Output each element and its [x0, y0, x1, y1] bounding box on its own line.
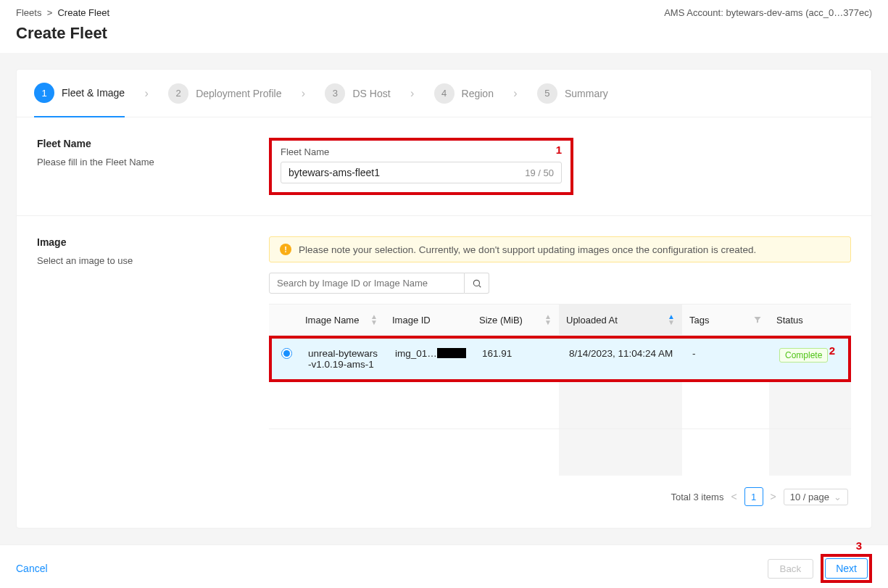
fleet-name-label: Fleet Name — [281, 146, 562, 157]
col-radio — [269, 305, 298, 335]
table-header: Image Name ▲▼ Image ID Size (MiB) ▲▼ Upl… — [269, 304, 851, 336]
col-image-id: Image ID — [385, 305, 472, 335]
col-uploaded-at[interactable]: Uploaded At ▲▼ — [559, 305, 682, 335]
image-id-prefix: img_01… — [395, 348, 437, 359]
pagination-size-label: 10 / page — [790, 492, 829, 502]
step-label: Deployment Profile — [196, 88, 281, 99]
col-label: Image Name — [305, 315, 359, 326]
search-row — [269, 273, 851, 294]
col-label: Image ID — [392, 315, 431, 326]
step-label: Region — [462, 88, 494, 99]
chevron-down-icon: ⌄ — [834, 492, 842, 502]
col-label: Size (MiB) — [479, 315, 523, 326]
table-row[interactable] — [269, 429, 851, 476]
col-label: Uploaded At — [566, 315, 618, 326]
ams-account-label-text: AMS Account: — [664, 7, 723, 18]
section-right: 1 Fleet Name 19 / 50 — [269, 138, 851, 195]
sort-icon[interactable]: ▲▼ — [668, 314, 675, 326]
cancel-button[interactable]: Cancel — [16, 563, 48, 574]
warning-icon: ! — [280, 244, 291, 255]
svg-line-1 — [478, 285, 481, 287]
step-number: 1 — [34, 83, 54, 103]
pagination-next[interactable]: > — [771, 491, 776, 502]
annotation-number: 1 — [556, 144, 562, 156]
search-icon — [472, 278, 482, 289]
section-desc: Select an image to use — [37, 255, 240, 266]
fleet-name-input[interactable] — [289, 167, 519, 178]
step-region[interactable]: 4 Region — [434, 70, 494, 117]
status-badge: Complete — [779, 348, 828, 363]
step-fleet-image[interactable]: 1 Fleet & Image — [34, 70, 125, 117]
annotation-number: 3 — [856, 539, 862, 552]
pagination-prev[interactable]: < — [731, 491, 736, 502]
next-button[interactable]: Next — [825, 558, 868, 579]
wizard-footer: Cancel Back 3 Next — [0, 544, 888, 588]
fleet-name-input-wrap: 19 / 50 — [281, 162, 562, 183]
col-size[interactable]: Size (MiB) ▲▼ — [472, 305, 559, 335]
section-title: Fleet Name — [37, 138, 240, 149]
col-image-name[interactable]: Image Name ▲▼ — [298, 305, 385, 335]
step-number: 3 — [325, 83, 345, 104]
fleet-name-section: Fleet Name Please fill in the Fleet Name… — [17, 117, 871, 216]
ams-account-value: bytewars-dev-ams (acc_0…377ec) — [726, 7, 872, 18]
step-label: DS Host — [352, 88, 390, 99]
col-label: Status — [776, 315, 803, 326]
sort-icon[interactable]: ▲▼ — [370, 314, 378, 326]
section-desc: Please fill in the Fleet Name — [37, 157, 240, 167]
image-search-input[interactable] — [269, 273, 465, 294]
sort-icon[interactable]: ▲▼ — [544, 314, 552, 326]
pagination: Total 3 items < 1 > 10 / page ⌄ — [269, 476, 851, 508]
alert-text: Please note your selection. Currently, w… — [299, 244, 756, 255]
step-number: 5 — [537, 83, 557, 104]
annotation-box-3: 3 Next — [821, 554, 872, 583]
filter-icon[interactable] — [753, 315, 762, 324]
redacted-text — [437, 348, 466, 358]
ams-account-label: AMS Account: bytewars-dev-ams (acc_0…377… — [664, 7, 872, 18]
cell-uploaded-at: 8/14/2023, 11:04:24 AM — [562, 339, 685, 368]
step-label: Fleet & Image — [62, 87, 125, 99]
col-tags[interactable]: Tags — [682, 305, 769, 335]
table-row[interactable]: unreal-bytewars-v1.0.19-ams-1 img_01… 16… — [272, 339, 848, 379]
page-header: Fleets > Create Fleet AMS Account: bytew… — [0, 0, 888, 53]
chevron-right-icon: › — [281, 70, 325, 117]
page-title: Create Fleet — [16, 24, 872, 43]
chevron-right-icon: › — [391, 70, 434, 117]
annotation-box-2: 2 unreal-bytewars-v1.0.19-ams-1 img_01… … — [269, 336, 851, 382]
row-radio-cell — [272, 339, 301, 368]
wizard-steps: 1 Fleet & Image › 2 Deployment Profile ›… — [17, 70, 871, 117]
step-deployment-profile[interactable]: 2 Deployment Profile — [168, 70, 281, 117]
page-body: 1 Fleet & Image › 2 Deployment Profile ›… — [0, 53, 888, 544]
annotation-box-1: 1 Fleet Name 19 / 50 — [269, 138, 573, 195]
breadcrumb-separator: > — [44, 7, 57, 18]
step-number: 4 — [434, 83, 455, 104]
warning-alert: ! Please note your selection. Currently,… — [269, 236, 851, 262]
step-label: Summary — [565, 88, 608, 99]
cell-image-name: unreal-bytewars-v1.0.19-ams-1 — [301, 339, 388, 379]
cell-tags: - — [685, 339, 772, 368]
image-section: Image Select an image to use ! Please no… — [17, 216, 871, 528]
col-label: Tags — [689, 315, 709, 326]
col-status: Status — [769, 305, 851, 335]
char-counter: 19 / 50 — [525, 167, 554, 178]
section-title: Image — [37, 236, 240, 248]
table-row[interactable] — [269, 382, 851, 429]
pagination-page[interactable]: 1 — [744, 487, 763, 506]
image-table: Image Name ▲▼ Image ID Size (MiB) ▲▼ Upl… — [269, 304, 851, 476]
chevron-right-icon: › — [125, 70, 168, 117]
back-button[interactable]: Back — [768, 559, 814, 579]
section-right: ! Please note your selection. Currently,… — [269, 236, 851, 508]
chevron-right-icon: › — [494, 70, 537, 117]
footer-right: Back 3 Next — [768, 554, 872, 583]
breadcrumb-root-link[interactable]: Fleets — [16, 7, 41, 18]
pagination-size-select[interactable]: 10 / page ⌄ — [784, 489, 848, 505]
svg-point-0 — [473, 280, 479, 286]
pagination-total: Total 3 items — [671, 492, 723, 502]
search-button[interactable] — [465, 273, 489, 294]
breadcrumb-row: Fleets > Create Fleet AMS Account: bytew… — [16, 7, 872, 18]
section-left: Fleet Name Please fill in the Fleet Name — [37, 138, 240, 195]
wizard-card: 1 Fleet & Image › 2 Deployment Profile ›… — [16, 69, 872, 529]
step-ds-host[interactable]: 3 DS Host — [325, 70, 390, 117]
image-radio[interactable] — [281, 348, 292, 359]
annotation-number: 2 — [829, 344, 835, 357]
step-summary[interactable]: 5 Summary — [537, 70, 608, 117]
